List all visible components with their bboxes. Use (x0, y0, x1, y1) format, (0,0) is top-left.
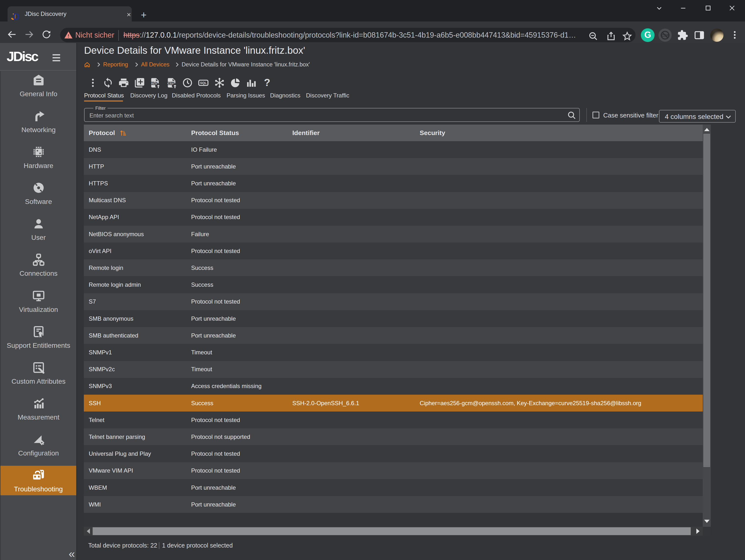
svg-text:CSP: CSP (661, 33, 669, 37)
svg-text:CSV: CSV (167, 82, 174, 85)
svg-text:XLS: XLS (151, 82, 157, 85)
svg-text:?: ? (264, 77, 270, 88)
svg-text:SQL: SQL (200, 81, 207, 85)
